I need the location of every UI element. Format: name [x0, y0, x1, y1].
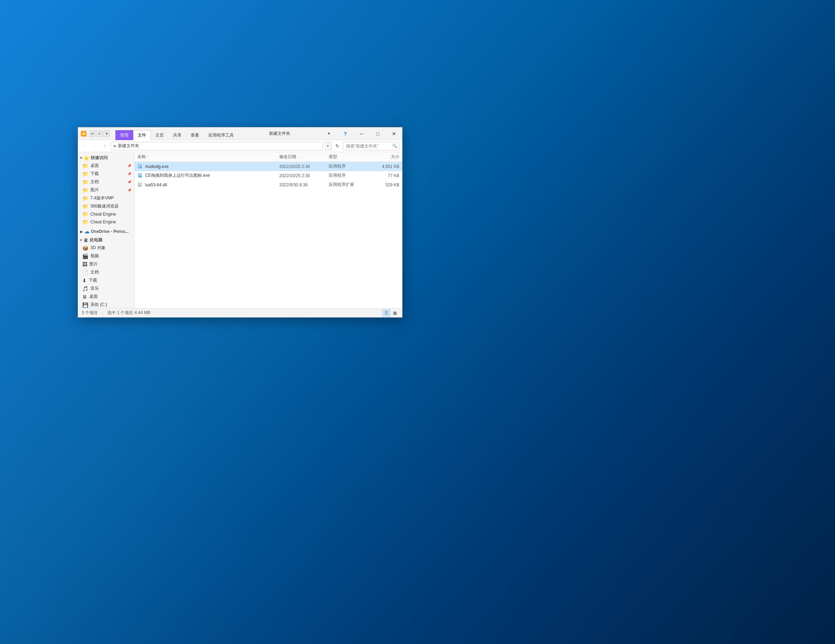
list-view-button[interactable]: ▦ [391, 310, 399, 316]
quick-access-header[interactable]: ▾ ⭐ 快速访问 [78, 154, 134, 162]
sidebar-item-cheatengine1[interactable]: 📁 Cheat Engine [78, 210, 134, 218]
sidebar-item-74vmp[interactable]: 📁 7.4版本VMP [78, 194, 134, 202]
folder-icon: 📁 [82, 196, 88, 201]
tab-manage[interactable]: 管理 [115, 130, 133, 140]
tab-share[interactable]: 共享 [168, 130, 186, 140]
svg-rect-5 [139, 174, 141, 174]
sidebar-item-360browser[interactable]: 📁 360极速浏览器 [78, 202, 134, 210]
search-input[interactable] [343, 142, 399, 150]
exe-icon [137, 164, 143, 169]
music-icon: 🎵 [82, 286, 88, 292]
file-date: 2022/10/25 2:34 [279, 164, 329, 169]
detail-view-button[interactable]: ☰ [382, 310, 390, 316]
pin-icon: 📌 [127, 164, 132, 168]
folder-icon: 📁 [82, 179, 88, 185]
file-size: 4,551 KB [371, 164, 399, 169]
col-size-header[interactable]: 大小 [371, 154, 399, 160]
svg-text:DLL: DLL [138, 185, 141, 186]
window-icon: 📁 [81, 131, 86, 136]
col-date-header[interactable]: 修改日期 [279, 154, 329, 160]
sidebar-item-desktop[interactable]: 📁 桌面 📌 [78, 162, 134, 170]
sort-arrow-icon: ↑ [147, 155, 149, 159]
sidebar-item-sysC[interactable]: 💾 系统 (C:) [78, 301, 134, 308]
svg-rect-6 [139, 175, 140, 175]
sidebar-item-documents2[interactable]: 📄 文档 [78, 268, 134, 276]
this-pc-header[interactable]: ▾ 🖥 此电脑 [78, 236, 134, 244]
sidebar-item-downloads[interactable]: 📁 下载 📌 [78, 170, 134, 178]
undo-button[interactable]: ↩ [89, 131, 96, 137]
sidebar-item-pictures[interactable]: 📁 图片 📌 [78, 186, 134, 194]
tab-view[interactable]: 查看 [186, 130, 204, 140]
col-name-header[interactable]: 名称 ↑ [137, 154, 279, 160]
downloads-icon: ⬇ [82, 278, 86, 283]
exe-icon [137, 173, 143, 178]
sidebar-item-downloads2[interactable]: ⬇ 下载 [78, 276, 134, 284]
file-name-cell: DLL lua53-64.dll [137, 182, 279, 188]
desktop-icon: 🖥 [82, 294, 87, 300]
sidebar-item-pictures2[interactable]: 🖼 图片 [78, 260, 134, 268]
svg-rect-9 [139, 183, 141, 183]
customize-toolbar-button[interactable]: ▾ [104, 131, 110, 137]
search-icon: 🔍 [392, 144, 397, 148]
close-button[interactable]: ✕ [386, 127, 402, 140]
explorer-window: 📁 ↩ ✓ ▾ 管理 文件 主页 共享 查看 [78, 127, 403, 318]
address-dropdown-button[interactable]: ▾ [325, 142, 331, 150]
file-size: 529 KB [371, 182, 399, 187]
onedrive-header[interactable]: ▶ ☁ OneDrive - Perso... [78, 227, 134, 235]
pictures-icon: 🖼 [82, 261, 87, 267]
tab-file[interactable]: 文件 [133, 130, 151, 140]
sidebar-item-3d[interactable]: 📦 3D 对象 [78, 244, 134, 252]
svg-rect-2 [139, 165, 140, 166]
file-date: 2022/10/25 2:30 [279, 173, 329, 178]
sidebar-item-desktop2[interactable]: 🖥 桌面 [78, 292, 134, 301]
quick-access-toolbar: ↩ ✓ ▾ [89, 131, 110, 137]
table-row[interactable]: Audiodg.exe 2022/10/25 2:34 应用程序 4,551 K… [135, 162, 402, 171]
title-bar-left: 📁 ↩ ✓ ▾ [78, 131, 113, 137]
video-icon: 🎬 [82, 253, 88, 259]
file-date: 2022/9/30 8:38 [279, 182, 329, 187]
main-content: ▾ ⭐ 快速访问 📁 桌面 📌 📁 下载 📌 📁 文档 📌 📁 [78, 152, 402, 308]
folder-icon: 📁 [82, 211, 88, 217]
svg-rect-10 [139, 184, 140, 184]
search-wrapper: 🔍 [343, 142, 399, 150]
col-type-header[interactable]: 类型 [329, 154, 371, 160]
refresh-button[interactable]: ↻ [333, 142, 341, 150]
minimize-button[interactable]: ─ [353, 127, 370, 140]
file-list-container: 名称 ↑ 修改日期 类型 大小 [135, 152, 402, 308]
3d-icon: 📦 [82, 245, 88, 251]
folder-icon: 📁 [82, 163, 88, 169]
sidebar-item-music[interactable]: 🎵 音乐 [78, 284, 134, 292]
sidebar-item-documents[interactable]: 📁 文档 📌 [78, 178, 134, 186]
maximize-button[interactable]: □ [370, 127, 386, 140]
forward-button[interactable]: → [91, 142, 99, 150]
selected-info: 选中 1 个项目 4.44 MB [107, 310, 150, 316]
file-name-cell: CE拖拽到我身上运行可出图标.exe [137, 172, 279, 178]
back-button[interactable]: ← [81, 142, 89, 150]
file-list-header: 名称 ↑ 修改日期 类型 大小 [135, 152, 402, 162]
table-row[interactable]: DLL lua53-64.dll 2022/9/30 8:38 应用程序扩展 5… [135, 180, 402, 190]
up-button[interactable]: ↑ [101, 142, 109, 150]
help-button[interactable]: ? [337, 127, 353, 140]
file-type: 应用程序 [329, 163, 371, 169]
ribbon-tabs: 管理 文件 主页 共享 查看 应用程序工具 [115, 127, 238, 140]
title-bar: 📁 ↩ ✓ ▾ 管理 文件 主页 共享 查看 [78, 127, 402, 140]
sidebar-item-video[interactable]: 🎬 视频 [78, 252, 134, 260]
address-bar: ← → ↑ ▶ 新建文件夹 ▾ ↻ 🔍 [78, 140, 402, 152]
view-controls: ☰ ▦ [382, 310, 399, 316]
documents-icon: 📄 [82, 269, 88, 275]
tab-home[interactable]: 主页 [151, 130, 168, 140]
pin-icon: 📌 [127, 180, 132, 184]
tab-tools[interactable]: 应用程序工具 [204, 130, 238, 140]
properties-button[interactable]: ✓ [96, 131, 103, 137]
file-type: 应用程序 [329, 172, 371, 178]
table-row[interactable]: CE拖拽到我身上运行可出图标.exe 2022/10/25 2:30 应用程序 … [135, 171, 402, 180]
expand-ribbon-button[interactable]: ▾ [321, 127, 337, 140]
address-path[interactable]: ▶ 新建文件夹 [110, 142, 323, 150]
file-name-cell: Audiodg.exe [137, 164, 279, 169]
folder-icon: 📁 [82, 187, 88, 193]
drive-c-icon: 💾 [82, 302, 88, 308]
item-count: 3 个项目 [81, 310, 98, 316]
sidebar: ▾ ⭐ 快速访问 📁 桌面 📌 📁 下载 📌 📁 文档 📌 📁 [78, 152, 135, 308]
sidebar-item-cheatengine2[interactable]: 📁 Cheat Engine [78, 218, 134, 226]
dll-icon: DLL [137, 182, 143, 188]
